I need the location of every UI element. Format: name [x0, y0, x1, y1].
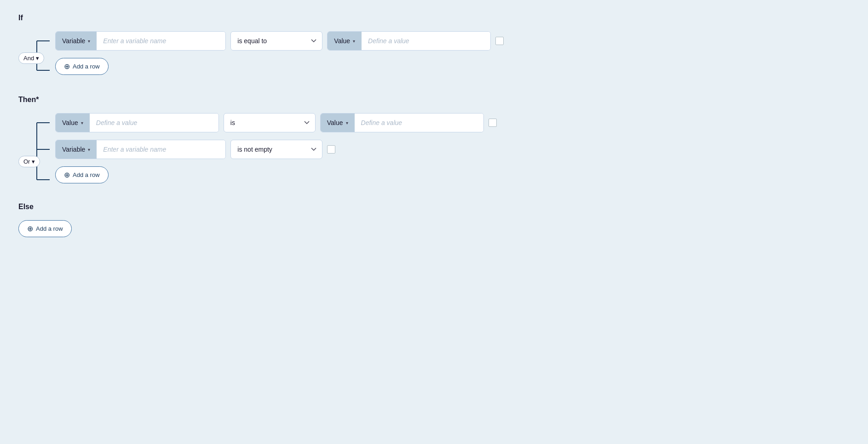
then-row1-right-chevron: ▾ — [346, 120, 348, 125]
if-and-badge[interactable]: And ▾ — [18, 52, 44, 64]
then-row1-checkbox[interactable] — [489, 119, 497, 127]
if-label: If — [18, 14, 850, 22]
if-section: If And ▾ — [18, 14, 850, 82]
if-row1-value-input[interactable] — [362, 32, 490, 50]
if-add-row-button[interactable]: ⊕ Add a row — [55, 58, 109, 75]
else-section: Else ⊕ Add a row — [18, 203, 850, 237]
then-row1-value-input[interactable] — [90, 114, 218, 132]
if-row1-left-chevron: ▾ — [88, 39, 90, 44]
then-or-badge[interactable]: Or ▾ — [18, 156, 40, 167]
then-row2-left-input[interactable]: Variable ▾ — [55, 140, 226, 159]
if-row1-left-input[interactable]: Variable ▾ — [55, 31, 226, 51]
if-row1-right-type[interactable]: Value ▾ — [328, 32, 362, 50]
if-row1-right-chevron: ▾ — [353, 39, 355, 44]
then-row1-right-type[interactable]: Value ▾ — [321, 114, 355, 132]
then-row1-left-chevron: ▾ — [81, 120, 83, 125]
then-row1-left-input[interactable]: Value ▾ — [55, 113, 219, 132]
then-row-2: Variable ▾ is equal to is not equal to c… — [55, 140, 850, 159]
then-row1-right-input[interactable]: Value ▾ — [320, 113, 484, 132]
if-row1-checkbox[interactable] — [495, 37, 504, 45]
then-row2-checkbox[interactable] — [327, 145, 335, 154]
if-row1-left-type[interactable]: Variable ▾ — [56, 32, 97, 50]
then-add-row[interactable]: ⊕ Add a row — [55, 166, 850, 183]
if-row1-variable-input[interactable] — [97, 32, 225, 50]
then-row1-left-type[interactable]: Value ▾ — [56, 114, 90, 132]
if-row1-condition-select[interactable]: is equal to is not equal to contains doe… — [230, 31, 322, 51]
then-section: Then* Or ▾ — [18, 96, 850, 189]
then-row2-left-chevron: ▾ — [88, 147, 90, 152]
if-add-row[interactable]: ⊕ Add a row — [55, 58, 850, 75]
then-row1-condition-select[interactable]: is is equal to is not equal to contains … — [224, 113, 316, 132]
then-connector-lines — [23, 113, 51, 189]
then-row-1: Value ▾ is is equal to is not equal to c… — [55, 113, 850, 132]
then-row2-left-type[interactable]: Variable ▾ — [56, 140, 97, 159]
then-row2-condition-select[interactable]: is equal to is not equal to contains doe… — [230, 140, 322, 159]
then-row1-right-value-input[interactable] — [355, 114, 483, 132]
else-add-row-button[interactable]: ⊕ Add a row — [18, 220, 72, 237]
then-label: Then* — [18, 96, 850, 104]
else-label: Else — [18, 203, 850, 211]
if-row-1: Variable ▾ is equal to is not equal to c… — [55, 31, 850, 51]
then-row2-variable-input[interactable] — [97, 140, 225, 159]
then-add-row-plus-icon: ⊕ — [64, 171, 70, 179]
if-row1-right-input[interactable]: Value ▾ — [327, 31, 491, 51]
if-add-row-plus-icon: ⊕ — [64, 62, 70, 71]
then-add-row-button[interactable]: ⊕ Add a row — [55, 166, 109, 183]
else-add-row-plus-icon: ⊕ — [27, 224, 33, 233]
